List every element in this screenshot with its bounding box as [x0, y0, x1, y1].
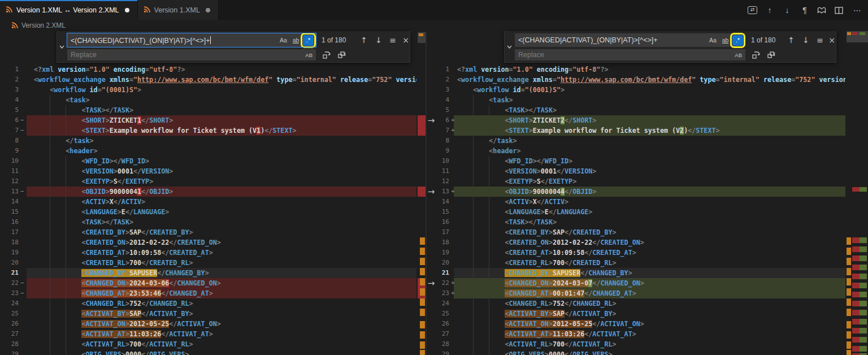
code-line[interactable]: 23+ <CHANGED_AT>00:01:47</CHANGED_AT>	[427, 288, 868, 298]
code-line[interactable]: 2<workflow_exchange xmlns="http://www.sa…	[427, 75, 868, 85]
more-actions-icon[interactable]: ⋯	[852, 5, 862, 16]
code-line[interactable]: 6+ <SHORT>ZTICKET2</SHORT>	[427, 115, 868, 125]
line-number[interactable]: 28	[427, 339, 449, 349]
next-change-icon[interactable]: ↓	[782, 5, 792, 16]
code-line[interactable]: 5 <TASK></TASK>	[0, 105, 426, 115]
code-line[interactable]: 23− <CHANGED_AT>23:53:46</CHANGED_AT>	[0, 288, 426, 298]
code-line[interactable]: 4 <task>	[0, 95, 426, 105]
replace-icon[interactable]	[321, 50, 332, 60]
find-in-selection-icon[interactable]: ≡	[814, 33, 826, 47]
code-line[interactable]: 2<workflow_exchange xmlns="http://www.sa…	[0, 75, 426, 85]
code-line[interactable]: 27 <ACTIVAT_AT>11:03:26</ACTIVAT_AT>	[427, 329, 868, 339]
code-line[interactable]: 8 </task>	[0, 136, 426, 146]
code-line[interactable]: 17 <CREATED_BY>SAP</CREATED_BY>	[427, 227, 868, 237]
code-line[interactable]: 15 <LANGUAGE>E</LANGUAGE>	[0, 207, 426, 217]
code-line[interactable]: 13− <OBJID>90000041</OBJID>	[0, 187, 426, 197]
code-line[interactable]: 20 <CREATED_RL>700</CREATED_RL>	[427, 258, 868, 268]
line-number[interactable]: 7	[0, 125, 19, 136]
code-line[interactable]: 11 <VERSION>0001</VERSION>	[0, 166, 426, 176]
overview-ruler-right[interactable]	[847, 31, 868, 355]
line-number[interactable]: 1	[0, 64, 19, 75]
match-case-icon[interactable]: Aa	[708, 35, 718, 46]
find-previous-button[interactable]: ↑	[785, 33, 797, 47]
line-number[interactable]: 13	[0, 187, 19, 197]
line-number[interactable]: 18	[0, 237, 19, 248]
line-number[interactable]: 17	[0, 227, 19, 237]
find-next-button[interactable]: ↓	[372, 33, 385, 47]
close-find-icon[interactable]: ×	[826, 33, 838, 47]
line-number[interactable]: 14	[427, 197, 449, 207]
breadcrumb-file-name[interactable]: Version 2.XML	[21, 21, 66, 29]
line-number[interactable]: 8	[427, 136, 449, 146]
overview-ruler-left[interactable]	[418, 31, 426, 355]
line-number[interactable]: 14	[0, 197, 19, 207]
line-number[interactable]: 16	[0, 217, 19, 227]
line-number[interactable]: 20	[0, 258, 19, 268]
line-number[interactable]: 1	[427, 64, 449, 75]
line-number[interactable]: 8	[0, 136, 19, 146]
code-line[interactable]: 22+ <CHANGED_ON>2024-03-07</CHANGED_ON>	[427, 278, 868, 288]
line-number[interactable]: 4	[0, 95, 19, 105]
split-editor-icon[interactable]	[835, 7, 845, 14]
line-number[interactable]: 12	[427, 176, 449, 187]
replace-all-icon[interactable]	[336, 50, 348, 60]
line-number[interactable]: 19	[0, 248, 19, 258]
line-number[interactable]: 15	[0, 207, 19, 217]
code-line[interactable]: 26 <ACTIVAT_ON>2012-05-25</ACTIVAT_ON>	[427, 319, 868, 329]
code-line[interactable]: 16 <TASK></TASK>	[0, 217, 426, 227]
line-number[interactable]: 20	[427, 258, 449, 268]
code-line[interactable]: 10 <WFD_ID></WFD_ID>	[0, 156, 426, 166]
line-number[interactable]: 10	[0, 156, 19, 166]
line-number[interactable]: 2	[0, 75, 19, 85]
line-number[interactable]: 19	[427, 248, 449, 258]
code-line[interactable]: 7+ <STEXT>Example workflow for Ticket sy…	[427, 125, 868, 136]
line-number[interactable]: 27	[0, 329, 19, 339]
line-number[interactable]: 11	[427, 166, 449, 176]
line-number[interactable]: 23	[0, 288, 19, 298]
line-number[interactable]: 26	[0, 319, 19, 329]
line-number[interactable]: 28	[0, 339, 19, 349]
line-number[interactable]: 29	[0, 349, 19, 355]
find-input[interactable]: <(CHANGED|ACTIVAT)_(ON|BY|AT)>[^<>]+ Aa …	[67, 33, 316, 47]
code-line[interactable]: 14 <ACTIV>X</ACTIV>	[427, 197, 868, 207]
code-line[interactable]: 18 <CREATED_ON>2012-02-22</CREATED_ON>	[0, 237, 426, 248]
code-line[interactable]: 27 <ACTIVAT_AT>11:03:26</ACTIVAT_AT>	[0, 329, 426, 339]
find-widget-toggle-icon[interactable]	[505, 31, 514, 62]
original-editor[interactable]: 1<?xml version="1.0" encoding="utf-8"?>2…	[0, 31, 426, 355]
line-number[interactable]: 11	[0, 166, 19, 176]
line-number[interactable]: 3	[0, 85, 19, 95]
line-number[interactable]: 17	[427, 227, 449, 237]
code-line[interactable]: 26 <ACTIVAT_ON>2012-05-25</ACTIVAT_ON>	[0, 319, 426, 329]
code-line[interactable]: 16 <TASK></TASK>	[427, 217, 868, 227]
line-number[interactable]: 24	[427, 298, 449, 309]
line-number[interactable]: 6	[0, 115, 19, 125]
line-number[interactable]: 21	[427, 268, 449, 278]
code-line[interactable]: 1<?xml version="1.0" encoding="utf-8"?>	[0, 64, 426, 75]
code-line[interactable]: 11 <VERSION>0001</VERSION>	[427, 166, 868, 176]
preserve-case-icon[interactable]: AB	[305, 52, 316, 58]
line-number[interactable]: 5	[427, 105, 449, 115]
code-line[interactable]: 9 <header>	[0, 146, 426, 156]
code-line[interactable]: 12 <EXETYP>S</EXETYP>	[427, 176, 868, 187]
line-number[interactable]: 12	[0, 176, 19, 187]
close-find-icon[interactable]: ×	[400, 33, 412, 47]
diff-revert-arrow[interactable]: →	[426, 115, 436, 125]
code-line[interactable]: 18 <CREATED_ON>2012-02-22</CREATED_ON>	[427, 237, 868, 248]
line-number[interactable]: 3	[427, 85, 449, 95]
modified-indicator-dot[interactable]	[206, 8, 210, 12]
replace-input[interactable]: Replace AB	[67, 49, 316, 60]
code-line[interactable]: 19 <CREATED_AT>10:09:58</CREATED_AT>	[0, 248, 426, 258]
accessible-diff-viewer-icon[interactable]	[817, 6, 827, 14]
code-line[interactable]: 22− <CHANGED_ON>2024-03-06</CHANGED_ON>	[0, 278, 426, 288]
line-number[interactable]: 7	[427, 125, 449, 136]
line-number[interactable]: 10	[427, 156, 449, 166]
line-number[interactable]: 29	[427, 349, 449, 355]
previous-change-icon[interactable]: ↑	[765, 5, 775, 16]
code-line[interactable]: 14 <ACTIV>X</ACTIV>	[0, 197, 426, 207]
code-line[interactable]: 15 <LANGUAGE>E</LANGUAGE>	[427, 207, 868, 217]
modified-indicator-dot[interactable]	[125, 8, 129, 12]
regex-icon[interactable]: .*	[732, 35, 743, 46]
replace-icon[interactable]	[750, 50, 762, 60]
preserve-case-icon[interactable]: AB	[735, 52, 745, 58]
line-number[interactable]: 21	[0, 268, 19, 278]
